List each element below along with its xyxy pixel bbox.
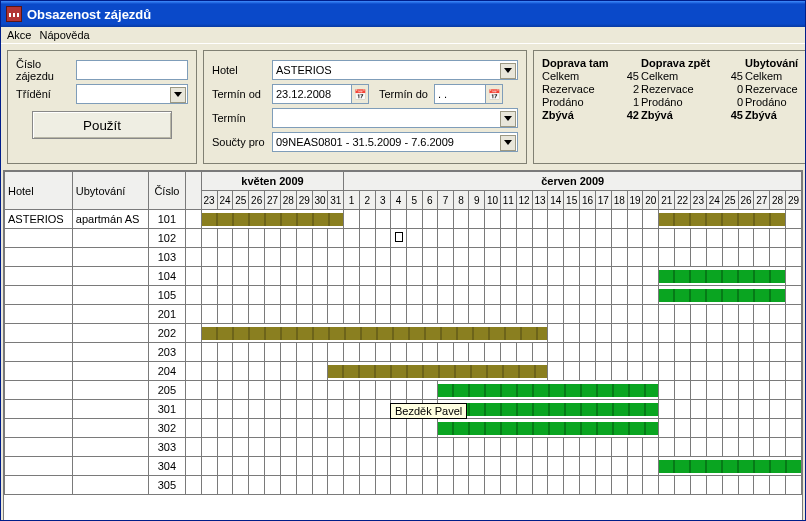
day-header: 25 <box>722 191 738 210</box>
criteria-group-left: Číslo zájezdu Třídění Použít <box>7 50 197 164</box>
table-row[interactable]: 104 <box>5 267 802 286</box>
day-header: 2 <box>359 191 375 210</box>
trip-no-label: Číslo zájezdu <box>16 58 76 82</box>
day-header: 8 <box>453 191 469 210</box>
sort-dropdown[interactable] <box>76 84 188 104</box>
app-icon <box>6 6 22 22</box>
window-title: Obsazenost zájezdů <box>27 7 151 22</box>
day-header: 13 <box>532 191 548 210</box>
day-header: 31 <box>328 191 344 210</box>
table-row[interactable]: 205 <box>5 381 802 400</box>
apply-button[interactable]: Použít <box>32 111 172 139</box>
summary-table: Doprava tam Doprava zpět Ubytování Celke… <box>542 57 806 121</box>
day-header: 26 <box>249 191 265 210</box>
table-row[interactable]: 203 <box>5 343 802 362</box>
term-from-label: Termín od <box>212 88 272 100</box>
cell-room-no: 101 <box>148 210 186 229</box>
day-header: 18 <box>611 191 627 210</box>
summary-group: Doprava tam Doprava zpět Ubytování Celke… <box>533 50 806 164</box>
day-header: 28 <box>770 191 786 210</box>
day-header: 15 <box>564 191 580 210</box>
col-ubyt[interactable]: Ubytování <box>72 172 148 210</box>
occupancy-bar[interactable] <box>438 381 659 400</box>
caret-marker <box>395 232 403 242</box>
sums-for-label: Součty pro <box>212 136 272 148</box>
day-header: 21 <box>659 191 675 210</box>
month-may: květen 2009 <box>201 172 344 191</box>
day-header: 23 <box>201 191 217 210</box>
cell-room-no: 105 <box>148 286 186 305</box>
day-header: 29 <box>786 191 802 210</box>
day-header: 9 <box>469 191 485 210</box>
cell-room-no: 303 <box>148 438 186 457</box>
calendar-icon[interactable]: 📅 <box>351 84 369 104</box>
term-label: Termín <box>212 112 272 124</box>
occupancy-bar[interactable] <box>659 210 786 229</box>
occupancy-bar[interactable] <box>438 400 659 419</box>
occupancy-bar[interactable] <box>659 457 802 476</box>
hdr-zpet: Doprava zpět <box>641 57 721 69</box>
table-row[interactable]: ASTERIOSapartmán AS101 <box>5 210 802 229</box>
day-header: 25 <box>233 191 249 210</box>
col-hotel[interactable]: Hotel <box>5 172 73 210</box>
day-header: 7 <box>438 191 454 210</box>
window-titlebar: Obsazenost zájezdů <box>1 1 805 27</box>
day-header: 23 <box>690 191 706 210</box>
cell-room-no: 204 <box>148 362 186 381</box>
cell-room-no: 304 <box>148 457 186 476</box>
cell-room-no: 205 <box>148 381 186 400</box>
table-row[interactable]: 201 <box>5 305 802 324</box>
day-header: 29 <box>296 191 312 210</box>
cell-room-no: 201 <box>148 305 186 324</box>
table-row[interactable]: 204 <box>5 362 802 381</box>
occupancy-bar[interactable] <box>328 362 548 381</box>
hotel-dropdown[interactable] <box>272 60 518 80</box>
day-header: 4 <box>391 191 407 210</box>
occupancy-bar[interactable] <box>659 267 786 286</box>
calendar-icon[interactable]: 📅 <box>485 84 503 104</box>
term-to-label: Termín do <box>379 88 428 100</box>
cell-room-no: 104 <box>148 267 186 286</box>
table-row[interactable]: 105 <box>5 286 802 305</box>
criteria-group-mid: Hotel Termín od 📅 Termín do 📅 Termín Sou… <box>203 50 527 164</box>
cell-room-no: 301 <box>148 400 186 419</box>
hdr-ubyt: Ubytování <box>745 57 806 69</box>
day-header: 28 <box>280 191 296 210</box>
table-row[interactable]: 304 <box>5 457 802 476</box>
cell-room-no: 203 <box>148 343 186 362</box>
cell-hotel: ASTERIOS <box>5 210 73 229</box>
day-header: 5 <box>406 191 422 210</box>
day-header: 19 <box>627 191 643 210</box>
day-header: 26 <box>738 191 754 210</box>
term-from-picker[interactable]: 📅 <box>272 84 369 104</box>
occupancy-bar[interactable] <box>201 210 344 229</box>
term-to-picker[interactable]: 📅 <box>434 84 503 104</box>
day-header: 27 <box>754 191 770 210</box>
table-row[interactable]: 302 <box>5 419 802 438</box>
cell-room-no: 305 <box>148 476 186 495</box>
cell-ubyt: apartmán AS <box>72 210 148 229</box>
term-dropdown[interactable] <box>272 108 518 128</box>
sums-for-dropdown[interactable] <box>272 132 518 152</box>
occupancy-bar[interactable] <box>201 324 548 343</box>
table-row[interactable]: 202 <box>5 324 802 343</box>
trip-no-input[interactable] <box>76 60 188 80</box>
col-cislo[interactable]: Číslo <box>148 172 186 210</box>
table-row[interactable]: 305 <box>5 476 802 495</box>
table-row[interactable]: 303 <box>5 438 802 457</box>
table-row[interactable]: 301 <box>5 400 802 419</box>
hdr-tam: Doprava tam <box>542 57 617 69</box>
sort-label: Třídění <box>16 88 76 100</box>
occupancy-bar[interactable] <box>659 286 786 305</box>
day-header: 30 <box>312 191 328 210</box>
day-header: 12 <box>516 191 532 210</box>
hotel-label: Hotel <box>212 64 272 76</box>
occupancy-bar[interactable] <box>438 419 659 438</box>
table-row[interactable]: 102 <box>5 229 802 248</box>
menu-akce[interactable]: Akce <box>7 29 31 41</box>
month-jun: červen 2009 <box>344 172 802 191</box>
day-header: 14 <box>548 191 564 210</box>
occupancy-grid[interactable]: HotelUbytováníČíslokvěten 2009červen 200… <box>3 170 803 521</box>
menu-napoveda[interactable]: Nápověda <box>39 29 89 41</box>
table-row[interactable]: 103 <box>5 248 802 267</box>
